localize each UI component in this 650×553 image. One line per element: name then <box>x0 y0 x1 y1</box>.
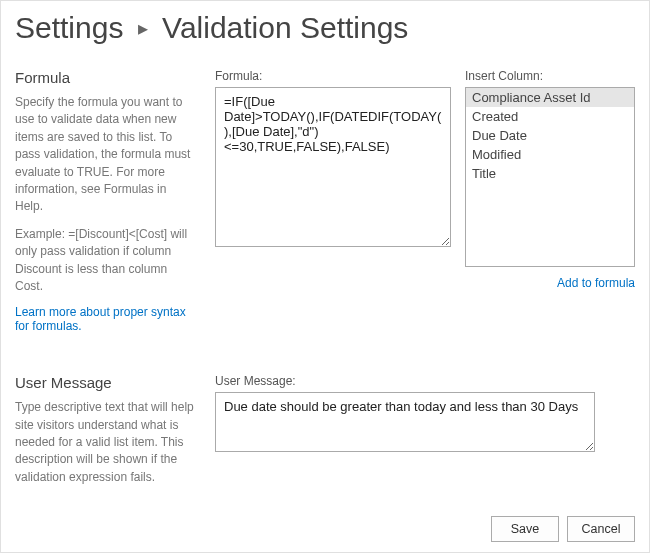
user-message-input[interactable] <box>215 392 595 452</box>
cancel-button[interactable]: Cancel <box>567 516 635 542</box>
chevron-right-icon: ▸ <box>138 16 148 40</box>
formula-label: Formula: <box>215 69 451 83</box>
list-item[interactable]: Created <box>466 107 634 126</box>
formula-section-desc: Specify the formula you want to use to v… <box>15 94 195 216</box>
insert-column-list[interactable]: Compliance Asset IdCreatedDue DateModifi… <box>465 87 635 267</box>
formula-input[interactable] <box>215 87 451 247</box>
formula-section-example: Example: =[Discount]<[Cost] will only pa… <box>15 226 195 296</box>
list-item[interactable]: Title <box>466 164 634 183</box>
breadcrumb-current: Validation Settings <box>162 11 408 44</box>
formula-syntax-link[interactable]: Learn more about proper syntax for formu… <box>15 305 195 333</box>
breadcrumb-root[interactable]: Settings <box>15 11 123 44</box>
add-to-formula-link[interactable]: Add to formula <box>557 276 635 290</box>
list-item[interactable]: Due Date <box>466 126 634 145</box>
list-item[interactable]: Modified <box>466 145 634 164</box>
insert-column-label: Insert Column: <box>465 69 635 83</box>
save-button[interactable]: Save <box>491 516 559 542</box>
formula-section-title: Formula <box>15 69 195 86</box>
user-message-desc: Type descriptive text that will help sit… <box>15 399 195 486</box>
breadcrumb: Settings ▸ Validation Settings <box>1 1 649 51</box>
user-message-label: User Message: <box>215 374 635 388</box>
list-item[interactable]: Compliance Asset Id <box>466 88 634 107</box>
user-message-title: User Message <box>15 374 195 391</box>
